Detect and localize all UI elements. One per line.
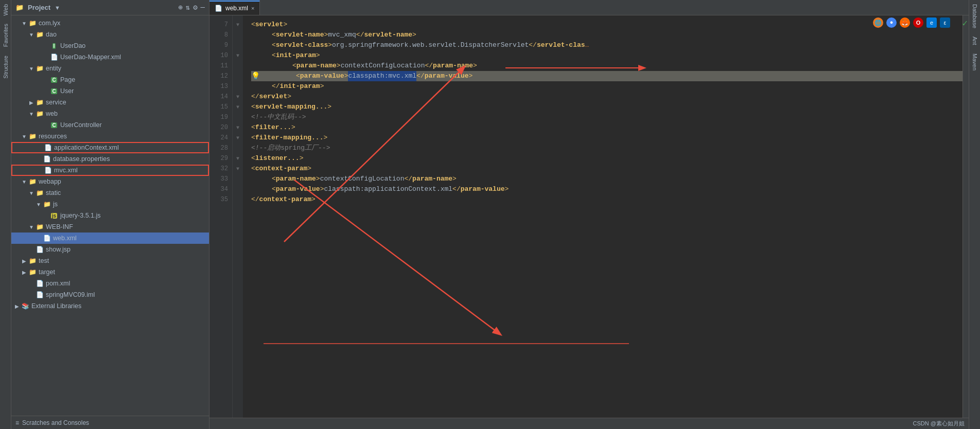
label-springmvc09: springMVC09.iml	[46, 291, 95, 298]
label-com-lyx: com.lyx	[39, 20, 60, 27]
right-tab-database[interactable]: Database	[970, 0, 979, 32]
label-mvc-xml: mvc.xml	[54, 167, 78, 174]
label-target: target	[39, 269, 55, 276]
tree-item-pom[interactable]: 📄 pom.xml	[11, 278, 209, 289]
tree-item-target[interactable]: ▶ 📁 target	[11, 266, 209, 278]
code-line-10: <init-param>	[251, 50, 962, 61]
right-tab-ant[interactable]: Ant	[970, 32, 979, 49]
tree-item-usercontroller[interactable]: C UserController	[11, 119, 209, 131]
folder-icon-dao: 📁	[35, 31, 44, 38]
sort-icon[interactable]: ⇅	[186, 3, 190, 12]
tree-item-com-lyx[interactable]: ▼ 📁 com.lyx	[11, 17, 209, 29]
lightbulb-icon[interactable]: 💡	[251, 71, 260, 81]
tree-item-webapp[interactable]: ▼ 📁 webapp	[11, 176, 209, 187]
code-line-24: <filter-mapping...>	[251, 133, 962, 143]
xml-icon-mvc: 📄	[43, 167, 52, 174]
tree-item-resources[interactable]: ▼ 📁 resources	[11, 131, 209, 142]
xml-icon-mapper: 📄	[49, 53, 59, 61]
tree-item-webinf[interactable]: ▼ 📁 WEB-INF	[11, 221, 209, 233]
js-icon-jquery: js	[49, 212, 59, 219]
scratches-footer[interactable]: ≡ Scratches and Consoles	[11, 416, 209, 429]
arrow-dao: ▼	[28, 32, 35, 38]
vertical-scrollbar[interactable]	[962, 15, 969, 418]
edge-tab-favorites[interactable]: Favorites	[1, 20, 10, 51]
tree-item-show-jsp[interactable]: 📄 show.jsp	[11, 244, 209, 255]
folder-icon-webapp: 📁	[28, 178, 37, 185]
fold-20[interactable]: ▼	[233, 122, 243, 133]
tree-item-js[interactable]: ▼ 📁 js	[11, 199, 209, 210]
status-text: CSDN @素心如月姐	[913, 420, 965, 427]
label-js: js	[53, 201, 58, 208]
label-entity: entity	[46, 65, 61, 72]
xml-icon-web: 📄	[42, 235, 51, 242]
tree-item-web[interactable]: ▼ 📁 web	[11, 108, 209, 119]
arrow-js: ▼	[35, 202, 42, 207]
bracket: <	[251, 20, 255, 30]
label-test: test	[39, 257, 49, 264]
tree-item-static[interactable]: ▼ 📁 static	[11, 187, 209, 199]
tree-item-dao[interactable]: ▼ 📁 dao	[11, 29, 209, 40]
tree-item-appcontext[interactable]: 📄 applicationContext.xml	[11, 142, 209, 153]
folder-icon-service: 📁	[35, 99, 44, 106]
arrow-web: ▼	[28, 111, 35, 117]
tree-item-springmvc09[interactable]: 📄 springMVC09.iml	[11, 289, 209, 300]
arrow-static: ▼	[28, 190, 35, 196]
tree-item-service[interactable]: ▶ 📁 service	[11, 97, 209, 108]
add-icon[interactable]: ⊕	[178, 3, 182, 12]
tree-item-database-props[interactable]: 📄 database.properties	[11, 153, 209, 165]
tab-web-xml[interactable]: 📄 web.xml ×	[209, 1, 260, 15]
tree-item-extlibs[interactable]: ▶ 📚 External Libraries	[11, 300, 209, 312]
java-icon-page: C	[49, 76, 59, 83]
right-tab-maven[interactable]: Maven	[970, 49, 979, 75]
label-web-xml: web.xml	[53, 235, 77, 242]
code-line-13: </init-param>	[251, 81, 962, 92]
tree-item-entity[interactable]: ▼ 📁 entity	[11, 63, 209, 74]
sidebar-header: 📁 Project ▼ ⊕ ⇅ ⚙ —	[11, 0, 209, 15]
sidebar-dropdown[interactable]: ▼	[55, 5, 60, 11]
label-database-props: database.properties	[53, 155, 110, 163]
fold-32[interactable]: ▼	[233, 164, 243, 174]
label-show-jsp: show.jsp	[46, 246, 71, 253]
status-bar: CSDN @素心如月姐	[209, 418, 969, 429]
code-content[interactable]: <servlet> <servlet-name>mvc_xmq</servlet…	[243, 15, 962, 418]
edge-tab-web[interactable]: Web	[1, 0, 10, 20]
tab-close-web-xml[interactable]: ×	[251, 5, 254, 11]
edge-tab-structure[interactable]: Structure	[1, 51, 10, 83]
tree-item-page[interactable]: C Page	[11, 74, 209, 85]
folder-icon-extlibs: 📚	[21, 302, 30, 310]
tree-item-user[interactable]: C User	[11, 85, 209, 97]
code-line-19: <!--中文乱码-->	[251, 112, 962, 122]
fold-10[interactable]: ▼	[233, 50, 243, 61]
tree-item-mvc-xml[interactable]: 📄 mvc.xml	[11, 165, 209, 176]
java-icon-usercontroller: C	[49, 121, 59, 129]
fold-7[interactable]: ▼	[233, 20, 243, 30]
fold-gutter: ▼ ▼ ▼ ▼ ▼ ▼ ▼ ▼	[233, 15, 243, 418]
fold-29[interactable]: ▼	[233, 153, 243, 164]
settings-icon[interactable]: ⚙	[193, 3, 197, 12]
label-service: service	[46, 99, 66, 106]
fold-14[interactable]: ▼	[233, 92, 243, 102]
left-edge-tabs: Web Favorites Structure	[0, 0, 11, 429]
tree-item-web-xml[interactable]: 📄 web.xml	[11, 233, 209, 244]
tree-item-userdao[interactable]: I UserDao	[11, 40, 209, 51]
tree-item-userdao-mapper[interactable]: 📄 UserDao-Mapper.xml	[11, 51, 209, 63]
label-resources: resources	[39, 133, 67, 140]
editor-area: 📄 web.xml × 🌐 ● 🦊 O e ε ✓ 7 8 9 10 11 12…	[209, 0, 969, 429]
label-appcontext: applicationContext.xml	[54, 144, 119, 151]
arrow-webapp: ▼	[21, 179, 28, 185]
label-jquery: jquery-3.5.1.js	[60, 212, 101, 219]
tree-item-jquery[interactable]: js jquery-3.5.1.js	[11, 210, 209, 221]
label-userdao: UserDao	[60, 42, 85, 49]
arrow-extlibs: ▶	[13, 303, 21, 309]
fold-24[interactable]: ▼	[233, 133, 243, 143]
code-line-12: 💡 <param-value>classpath:mvc.xml</param-…	[251, 71, 962, 81]
tree-item-test[interactable]: ▶ 📁 test	[11, 255, 209, 266]
code-line-32: <context-param>	[251, 164, 962, 174]
folder-icon-com-lyx: 📁	[28, 20, 37, 27]
fold-15[interactable]: ▼	[233, 102, 243, 112]
folder-icon-js: 📁	[42, 201, 51, 208]
minimize-icon[interactable]: —	[201, 3, 205, 12]
label-userdao-mapper: UserDao-Mapper.xml	[60, 53, 121, 61]
code-line-7: <servlet>	[251, 20, 962, 30]
code-line-15: <servlet-mapping...>	[251, 102, 962, 112]
